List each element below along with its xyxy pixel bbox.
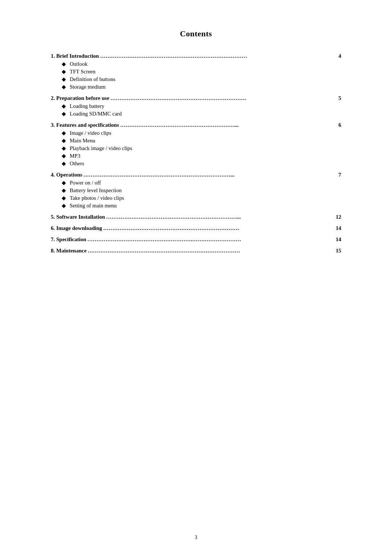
item-text: Setting of main menu [70, 203, 117, 209]
item-text: Storage medium [70, 84, 106, 90]
toc-heading-section2: 2. Preparation before use………………………………………… [51, 95, 341, 101]
bullet-icon: ◆ [62, 187, 66, 194]
toc-item: ◆TFT Screen [62, 68, 341, 75]
bullet-icon: ◆ [62, 153, 66, 159]
bullet-icon: ◆ [62, 103, 66, 109]
toc-heading-text-section1: 1. Brief Introduction [51, 53, 99, 59]
toc-item: ◆Setting of main menu [62, 202, 341, 209]
bullet-icon: ◆ [62, 61, 66, 67]
toc-section-section4: 4. Operations………………………………………………………………………… [51, 172, 341, 209]
toc-heading-text-section8: 8. Maintenance [51, 248, 86, 254]
toc-page-num-section4: 7 [339, 172, 342, 178]
item-text: Power on / off [70, 180, 101, 186]
bullet-icon: ◆ [62, 110, 66, 117]
toc-item: ◆Image / video clips [62, 130, 341, 136]
toc-heading-text-section4: 4. Operations [51, 172, 82, 178]
bullet-icon: ◆ [62, 84, 66, 90]
toc-content: 1. Brief Introduction…………………………………………………… [51, 53, 341, 254]
toc-heading-section6: 6. Image downloading……………………………………………………… [51, 225, 341, 231]
toc-item: ◆Battery level Inspection [62, 187, 341, 194]
toc-page-num-section1: 4 [339, 53, 342, 59]
toc-item: ◆MP3 [62, 153, 341, 159]
toc-section-section8: 8. Maintenance……………………………………………………………………… [51, 248, 341, 254]
toc-heading-section1: 1. Brief Introduction…………………………………………………… [51, 53, 341, 59]
item-text: Playback image / video clips [70, 145, 132, 151]
toc-heading-text-section7: 7. Specification [51, 236, 86, 243]
toc-dots-section4: ………………………………………………………………………... [82, 172, 337, 178]
item-text: Main Menu [70, 138, 95, 144]
toc-item: ◆Outlook [62, 61, 341, 67]
toc-item: ◆Definition of buttons [62, 76, 341, 82]
toc-item: ◆Power on / off [62, 179, 341, 186]
toc-dots-section2: ………………………………………………………………… [109, 95, 337, 101]
item-text: Others [70, 161, 84, 167]
toc-page-num-section5: 12 [336, 214, 341, 220]
toc-heading-section7: 7. Specification………………………………………………….…………… [51, 236, 341, 243]
bullet-icon: ◆ [62, 145, 66, 151]
page-title: Contents [51, 29, 341, 39]
item-text: TFT Screen [70, 69, 95, 75]
bullet-icon: ◆ [62, 137, 66, 144]
item-text: Definition of buttons [70, 76, 115, 82]
toc-heading-section5: 5. Software Installation…………………………………………… [51, 214, 341, 220]
item-text: Outlook [70, 61, 87, 67]
item-text: MP3 [70, 153, 80, 159]
item-text: Battery level Inspection [70, 187, 122, 194]
toc-page-num-section3: 6 [339, 122, 342, 128]
toc-section-section7: 7. Specification………………………………………………….…………… [51, 236, 341, 243]
toc-page-num-section6: 14 [336, 225, 341, 231]
toc-item: ◆Take photos / video clips [62, 195, 341, 201]
toc-page-num-section8: 15 [336, 248, 341, 254]
toc-item: ◆Playback image / video clips [62, 145, 341, 151]
bullet-icon: ◆ [62, 195, 66, 201]
toc-dots-section8: ………………………………………………………………………… [86, 248, 334, 254]
toc-section-section2: 2. Preparation before use………………………………………… [51, 95, 341, 117]
item-text: Loading battery [70, 103, 104, 109]
toc-heading-text-section5: 5. Software Installation [51, 214, 105, 220]
toc-dots-section1: ……………………………………………………………………… [99, 53, 337, 59]
toc-heading-text-section6: 6. Image downloading [51, 225, 102, 231]
toc-section-section5: 5. Software Installation…………………………………………… [51, 214, 341, 220]
toc-section-section1: 1. Brief Introduction…………………………………………………… [51, 53, 341, 90]
toc-dots-section3: ………………………………………………………... [119, 122, 337, 128]
bullet-icon: ◆ [62, 76, 66, 82]
bullet-icon: ◆ [62, 130, 66, 136]
toc-page-num-section7: 14 [336, 236, 341, 243]
toc-dots-section5: ………………………………………………………………... [105, 214, 334, 220]
toc-heading-section4: 4. Operations………………………………………………………………………… [51, 172, 341, 178]
toc-dots-section7: ………………………………………………….……………………… [86, 236, 335, 243]
toc-page-num-section2: 5 [339, 95, 342, 101]
toc-heading-text-section3: 3. Features and specifications [51, 122, 119, 128]
page-number: 3 [0, 535, 392, 540]
toc-item: ◆Loading SD/MMC card [62, 110, 341, 117]
toc-item: ◆Main Menu [62, 137, 341, 144]
bullet-icon: ◆ [62, 179, 66, 186]
toc-dots-section6: ………………………………………………………………… [102, 225, 334, 231]
toc-heading-section8: 8. Maintenance……………………………………………………………………… [51, 248, 341, 254]
toc-item: ◆Loading battery [62, 103, 341, 109]
page-container: Contents 1. Brief Introduction…………………………… [0, 0, 392, 555]
toc-heading-section3: 3. Features and specifications…………………………… [51, 122, 341, 128]
toc-item: ◆Others [62, 160, 341, 167]
bullet-icon: ◆ [62, 160, 66, 167]
toc-section-section6: 6. Image downloading……………………………………………………… [51, 225, 341, 231]
toc-heading-text-section2: 2. Preparation before use [51, 95, 109, 101]
item-text: Loading SD/MMC card [70, 111, 122, 117]
bullet-icon: ◆ [62, 202, 66, 209]
bullet-icon: ◆ [62, 68, 66, 75]
toc-section-section3: 3. Features and specifications…………………………… [51, 122, 341, 167]
item-text: Take photos / video clips [70, 195, 124, 201]
item-text: Image / video clips [70, 130, 111, 136]
toc-item: ◆Storage medium [62, 84, 341, 90]
